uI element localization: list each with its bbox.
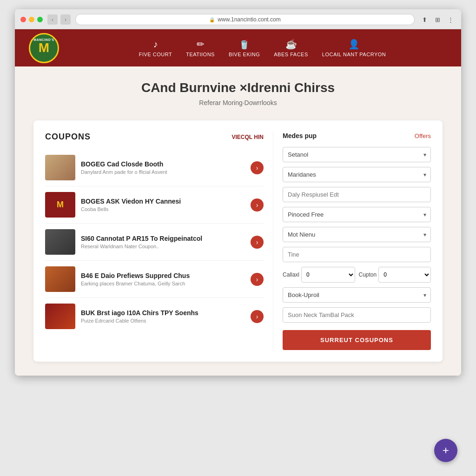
offers-link[interactable]: Offers	[415, 132, 431, 139]
coupon-item: B46 E Daio Prefiews Suppred Chus Earking…	[45, 261, 264, 298]
input-suon-neck[interactable]	[283, 307, 431, 323]
form-field-6	[283, 247, 431, 262]
address-bar[interactable]: 🔒 www.1nancintio.cont.com	[75, 14, 415, 25]
coupon-arrow-3[interactable]: ›	[251, 236, 264, 249]
coupon-info-4: B46 E Daio Prefiews Suppred Chus Earking…	[81, 272, 245, 286]
coupon-title-2: BOGES ASK Viedon HY Cannesi	[81, 198, 245, 205]
form-field-1: Setanol	[283, 147, 431, 162]
coupon-arrow-1[interactable]: ›	[251, 161, 264, 174]
coupon-arrow-4[interactable]: ›	[251, 273, 264, 286]
coupon-arrow-2[interactable]: ›	[251, 198, 264, 212]
coupon-title-4: B46 E Daio Prefiews Suppred Chus	[81, 272, 245, 279]
cupton-label: Cupton	[359, 271, 377, 278]
coupon-info-2: BOGES ASK Viedon HY Cannesi Cooba Bells	[81, 198, 245, 212]
inline-field-callaxl: Callaxl 0	[283, 267, 355, 283]
select-callaxl[interactable]: 0	[301, 267, 355, 283]
view-all-link[interactable]: VIECQL HIN	[232, 134, 264, 140]
section-title: COUPONS	[45, 132, 91, 142]
form-field-7: Book-Uproil	[283, 287, 431, 303]
nav-label-abes-faces: ABES FACES	[274, 52, 308, 57]
coupon-title-5: BUK Brst iago I10A Chirs TPY Soenhs	[81, 309, 245, 317]
coupon-item: BOGEG Cad Closde Booth Danylard Anm pade…	[45, 149, 264, 186]
coupon-image-5	[45, 304, 75, 329]
logo: MANCINO'S M	[29, 33, 59, 63]
share-button[interactable]: ⬆	[419, 14, 430, 25]
coupon-thumbnail-3	[45, 229, 75, 255]
coupon-image-1	[45, 155, 75, 180]
nav-label-locail-nant-pacryon: LOCAIL NANT PACRYON	[322, 52, 386, 57]
maximize-button[interactable]	[37, 17, 43, 22]
browser-window: ‹ › 🔒 www.1nancintio.cont.com ⬆ ⊞ ⋮ MANC…	[15, 9, 461, 376]
input-tine[interactable]	[283, 247, 431, 262]
new-tab-button[interactable]: ⊞	[432, 14, 443, 25]
browser-actions: ⬆ ⊞ ⋮	[419, 14, 456, 25]
coupon-desc-4: Earking places Bramer Chatuma, Geilly Sa…	[81, 281, 245, 286]
coupon-thumbnail-4	[45, 266, 75, 292]
coupon-thumbnail-2: M	[45, 192, 75, 218]
coupon-item: BUK Brst iago I10A Chirs TPY Soenhs Puiz…	[45, 298, 264, 335]
select-book-uproil[interactable]: Book-Uproil	[283, 287, 431, 303]
nav-item-locail-nant-pacryon[interactable]: 👤 LOCAIL NANT PACRYON	[322, 39, 386, 57]
browser-controls: ‹ ›	[47, 14, 71, 25]
nav-item-teatiions[interactable]: ✏ TEATIIONS	[186, 39, 215, 57]
callaxl-label: Callaxl	[283, 271, 299, 278]
main-grid: COUPONS VIECQL HIN BOGEG Cad Closde Boot…	[33, 120, 443, 362]
input-daly-respiusel[interactable]	[283, 187, 431, 202]
select-maridanes[interactable]: Maridanes	[283, 167, 431, 182]
right-header: Medes pup Offers	[283, 132, 431, 139]
fab-button[interactable]: +	[434, 439, 457, 462]
form-field-5: Mot Nienu	[283, 227, 431, 242]
coupon-thumbnail-5	[45, 304, 75, 329]
coupon-title-3: SI60 Cannotat P AR15 To Reigpeinatcol	[81, 235, 245, 242]
nav-label-teatiions: TEATIIONS	[186, 52, 215, 57]
coffee-icon: ☕	[285, 39, 297, 50]
nav-label-bive-eking: BIVE EKING	[229, 52, 260, 57]
lock-icon: 🔒	[209, 17, 215, 22]
coupon-thumbnail-1	[45, 155, 75, 180]
logo-letter: M	[39, 41, 49, 54]
menu-button[interactable]: ⋮	[445, 14, 456, 25]
submit-coupons-button[interactable]: SURREUT COSUPONS	[283, 330, 431, 350]
coupon-image-3	[45, 229, 75, 255]
nav-item-five-court[interactable]: ♪ FIVE COURT	[139, 39, 172, 57]
drink-icon: 🥤	[238, 39, 250, 50]
inline-field-cupton: Cupton 0	[359, 267, 431, 283]
select-setanol[interactable]: Setanol	[283, 147, 431, 162]
coupon-item: M BOGES ASK Viedon HY Cannesi Cooba Bell…	[45, 186, 264, 224]
coupon-info-5: BUK Brst iago I10A Chirs TPY Soenhs Puiz…	[81, 309, 245, 324]
minimize-button[interactable]	[29, 17, 34, 22]
nav-item-bive-eking[interactable]: 🥤 BIVE EKING	[229, 39, 260, 57]
navbar: MANCINO'S M ♪ FIVE COURT ✏ TEATIIONS 🥤 B…	[15, 29, 461, 66]
page-subtitle: Referar Moring·Dowrrlooks	[33, 99, 443, 106]
select-cupton[interactable]: 0	[378, 267, 431, 283]
coupon-image-4	[45, 266, 75, 292]
right-panel: Medes pup Offers Setanol Maridanes	[273, 132, 431, 350]
back-button[interactable]: ‹	[47, 14, 58, 25]
coupon-desc-2: Cooba Bells	[81, 206, 245, 212]
select-pinoced-free[interactable]: Pinoced Free	[283, 207, 431, 222]
coupon-info-1: BOGEG Cad Closde Booth Danylard Anm pade…	[81, 160, 245, 175]
coupon-desc-3: Reseral Warldnam Nater Coupon..	[81, 244, 245, 249]
form-field-4: Pinoced Free	[283, 207, 431, 222]
coupon-info-3: SI60 Cannotat P AR15 To Reigpeinatcol Re…	[81, 235, 245, 249]
right-panel-title: Medes pup	[283, 132, 317, 139]
select-mot-nienu[interactable]: Mot Nienu	[283, 227, 431, 242]
browser-chrome: ‹ › 🔒 www.1nancintio.cont.com ⬆ ⊞ ⋮	[15, 9, 461, 29]
page-title: CAnd Burnvine ×Idrenni Chirss	[33, 80, 443, 95]
close-button[interactable]	[20, 17, 26, 22]
form-field-3	[283, 187, 431, 202]
nav-item-abes-faces[interactable]: ☕ ABES FACES	[274, 39, 308, 57]
coupon-item: SI60 Cannotat P AR15 To Reigpeinatcol Re…	[45, 224, 264, 261]
coupon-arrow-5[interactable]: ›	[251, 310, 264, 323]
coupon-image-2: M	[45, 192, 75, 218]
coupons-section: COUPONS VIECQL HIN BOGEG Cad Closde Boot…	[45, 132, 264, 350]
form-field-2: Maridanes	[283, 167, 431, 182]
music-icon: ♪	[153, 39, 158, 50]
coupon-desc-5: Puize Edrcarid Cable Olfiens	[81, 318, 245, 324]
inline-fields: Callaxl 0 Cupton 0	[283, 267, 431, 283]
forward-button[interactable]: ›	[60, 14, 71, 25]
person-icon: 👤	[348, 39, 360, 50]
nav-items: ♪ FIVE COURT ✏ TEATIIONS 🥤 BIVE EKING ☕ …	[78, 39, 447, 57]
logo-brand-text: MANCINO'S	[33, 38, 54, 41]
logo-area[interactable]: MANCINO'S M	[29, 33, 59, 63]
